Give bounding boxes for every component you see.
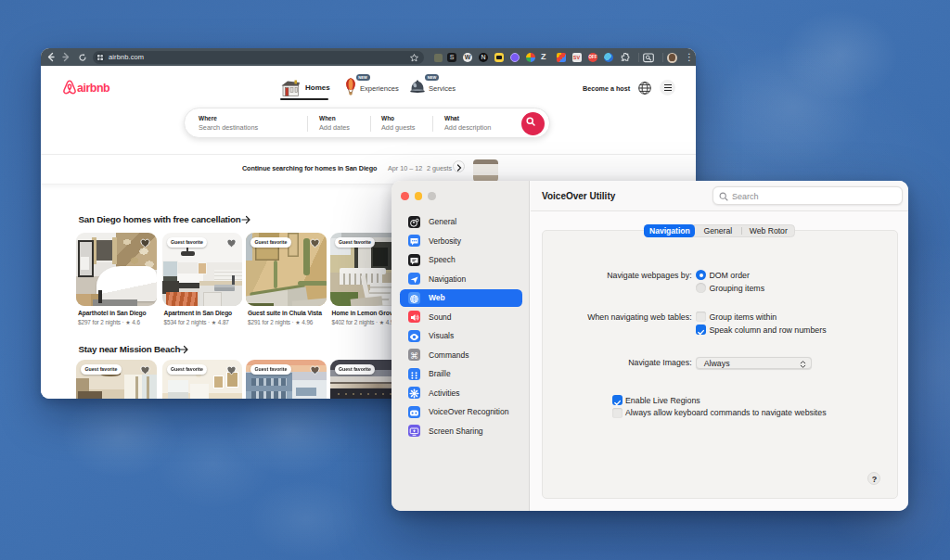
svg-text:⌘: ⌘ [410,351,418,361]
